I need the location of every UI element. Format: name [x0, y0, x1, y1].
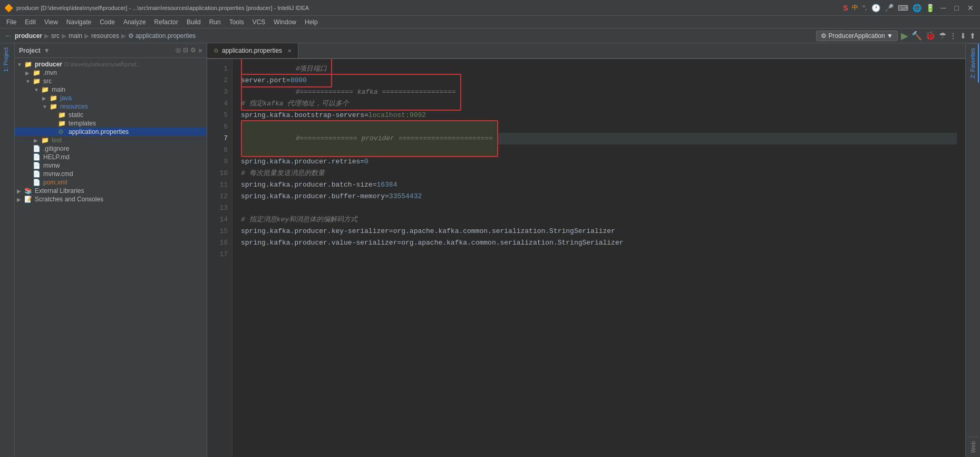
- menu-view[interactable]: View: [40, 17, 62, 27]
- menu-run[interactable]: Run: [205, 17, 225, 27]
- tree-static[interactable]: ▶ 📁 static: [15, 111, 207, 119]
- menubar: File Edit View Navigate Code Analyze Ref…: [0, 16, 980, 28]
- mic-icon: 🎤: [885, 4, 894, 12]
- panel-dropdown[interactable]: ▼: [44, 47, 50, 54]
- menu-file[interactable]: File: [2, 17, 21, 27]
- menu-refactor[interactable]: Refactor: [150, 17, 182, 27]
- tree-resources[interactable]: ▼ 📁 resources: [15, 102, 207, 111]
- code-line-9: spring.kafka.producer.retries=0: [241, 156, 957, 168]
- main-layout: 1: Project Project ▼ ◎ ⊟ ⚙ × ▼ 📁 produce…: [0, 43, 980, 457]
- breadcrumb-producer[interactable]: producer: [15, 32, 42, 40]
- tab-project[interactable]: 1: Project: [0, 43, 14, 76]
- debug-btn[interactable]: 🐞: [925, 31, 936, 41]
- code-line-12: spring.kafka.producer.buffer-memory=3355…: [241, 191, 957, 202]
- clock-icon: 🕐: [871, 4, 880, 12]
- tree-mvn[interactable]: ▶ 📁 .mvn: [15, 69, 207, 77]
- tree-pomxml[interactable]: ▶ 📄 pom.xml: [15, 178, 207, 187]
- menu-edit[interactable]: Edit: [21, 17, 40, 27]
- win-minimize[interactable]: ─: [939, 4, 948, 12]
- coverage-btn[interactable]: ☂: [939, 31, 946, 41]
- tree-scratches[interactable]: ▶ 📝 Scratches and Consoles: [15, 195, 207, 203]
- keyboard-icon: ⌨: [898, 4, 908, 12]
- app-icon: 🔶: [4, 4, 13, 12]
- tree-src[interactable]: ▼ 📁 src: [15, 77, 207, 85]
- menu-code[interactable]: Code: [95, 17, 119, 27]
- hide-icon[interactable]: ×: [198, 46, 202, 55]
- menu-navigate[interactable]: Navigate: [62, 17, 95, 27]
- favorites-strip: 2: Favorites Web: [965, 43, 980, 457]
- tab-close-btn[interactable]: ✕: [287, 48, 292, 54]
- battery-icon: 🔋: [926, 4, 935, 12]
- menu-tools[interactable]: Tools: [225, 17, 248, 27]
- code-line-17: [241, 249, 957, 260]
- title-text: producer [D:\develop\idea\myself\produce…: [16, 5, 309, 11]
- tree-external-libraries[interactable]: ▶ 📚 External Libraries: [15, 187, 207, 195]
- code-line-16: spring.kafka.producer.value-serializer=o…: [241, 237, 957, 249]
- project-panel: Project ▼ ◎ ⊟ ⚙ × ▼ 📁 producer D:\develo…: [15, 43, 207, 457]
- code-line-4: # 指定kafka 代理地址，可以多个: [241, 98, 957, 110]
- more-run-btn[interactable]: ⋮: [949, 32, 957, 40]
- network-icon: 🌐: [913, 4, 921, 12]
- breadcrumb-src[interactable]: src: [51, 32, 60, 40]
- tree-gitignore[interactable]: ▶ 📄 .gitignore: [15, 144, 207, 153]
- code-area[interactable]: #项目端口 server.port=8000 #============= ka…: [232, 59, 965, 457]
- tree-templates[interactable]: ▶ 📁 templates: [15, 119, 207, 128]
- tree-test[interactable]: ▶ 📁 test: [15, 136, 207, 144]
- panel-title-label: Project: [19, 47, 41, 54]
- tab-label: application.properties: [222, 47, 282, 54]
- settings-icon[interactable]: ⚙: [190, 46, 196, 55]
- tab-web[interactable]: Web: [968, 436, 978, 457]
- menu-icon1: °,: [862, 4, 867, 12]
- titlebar: 🔶 producer [D:\develop\idea\myself\produ…: [0, 0, 980, 16]
- git-push[interactable]: ⬆: [969, 32, 976, 40]
- pathbar: ← producer ▶ src ▶ main ▶ resources ▶ ⚙ …: [0, 28, 980, 43]
- tree-main[interactable]: ▼ 📁 main: [15, 85, 207, 94]
- line-numbers: 1 2 3 4 5 6 7 8 9 10 11 12 13 14 15 16 1…: [207, 59, 232, 457]
- run-btn[interactable]: ▶: [901, 30, 908, 42]
- locate-icon[interactable]: ◎: [176, 46, 181, 55]
- left-vertical-panel: 1: Project: [0, 43, 15, 457]
- code-line-5: spring.kafka.bootstrap-servers=localhost…: [241, 110, 957, 121]
- project-panel-header: Project ▼ ◎ ⊟ ⚙ ×: [15, 43, 207, 58]
- tab-application-properties[interactable]: ⚙ application.properties ✕: [207, 43, 298, 58]
- code-line-3: #============= kafka ==================: [241, 86, 957, 98]
- breadcrumb-main[interactable]: main: [69, 32, 82, 40]
- nav-back[interactable]: ←: [4, 31, 13, 41]
- tree-helpmd[interactable]: ▶ 📄 HELP.md: [15, 153, 207, 161]
- lang-icon: 中: [852, 3, 858, 12]
- tree-producer-root[interactable]: ▼ 📁 producer D:\develop\idea\myself\prod…: [15, 60, 207, 69]
- menu-help[interactable]: Help: [300, 17, 322, 27]
- code-line-1: #项目端口: [241, 63, 957, 75]
- code-line-15: spring.kafka.producer.key-serializer=org…: [241, 226, 957, 237]
- breadcrumb-file[interactable]: ⚙ application.properties: [128, 32, 196, 40]
- run-config-label: ⚙ ProducerApplication ▼: [816, 31, 898, 41]
- code-line-13: [241, 202, 957, 214]
- tab-bar: ⚙ application.properties ✕: [207, 43, 965, 59]
- menu-analyze[interactable]: Analyze: [119, 17, 150, 27]
- file-tree: ▼ 📁 producer D:\develop\idea\myself\prod…: [15, 58, 207, 457]
- editor-content: 1 2 3 4 5 6 7 8 9 10 11 12 13 14 15 16 1…: [207, 59, 965, 457]
- win-maximize[interactable]: □: [953, 4, 961, 12]
- win-close[interactable]: ✕: [965, 4, 976, 12]
- editor-area: ⚙ application.properties ✕ 1 2 3 4 5 6 7…: [207, 43, 965, 457]
- breadcrumb-resources[interactable]: resources: [91, 32, 119, 40]
- build-btn[interactable]: 🔨: [911, 31, 922, 41]
- code-line-7: #============== provider ===============…: [241, 133, 957, 144]
- menu-vcs[interactable]: VCS: [248, 17, 270, 27]
- code-line-10: # 每次批量发送消息的数量: [241, 168, 957, 179]
- tree-application-properties[interactable]: ▶ ⚙ application.properties: [15, 128, 207, 136]
- sougou-icon: S: [843, 4, 848, 12]
- tab-favorites[interactable]: 2: Favorites: [967, 43, 979, 82]
- git-update[interactable]: ⬇: [960, 32, 966, 40]
- code-line-11: spring.kafka.producer.batch-size=16384: [241, 179, 957, 191]
- menu-build[interactable]: Build: [182, 17, 205, 27]
- tree-java[interactable]: ▶ 📁 java: [15, 94, 207, 102]
- tree-mvnw[interactable]: ▶ 📄 mvnw: [15, 161, 207, 170]
- code-line-14: # 指定消息key和消息体的编解码方式: [241, 214, 957, 226]
- collapse-all-icon[interactable]: ⊟: [183, 46, 188, 55]
- menu-window[interactable]: Window: [269, 17, 300, 27]
- tree-mvnwcmd[interactable]: ▶ 📄 mvnw.cmd: [15, 170, 207, 178]
